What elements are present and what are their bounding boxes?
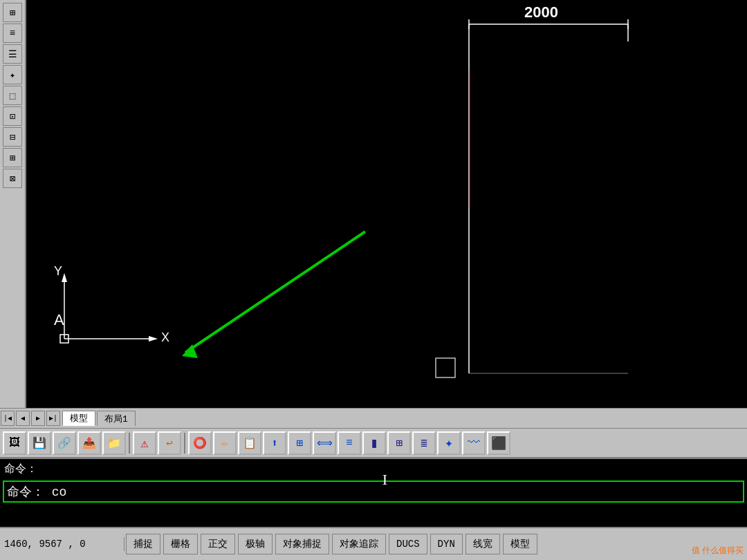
tool-grid-btn[interactable]: ⊞: [387, 431, 411, 455]
svg-rect-16: [436, 358, 455, 377]
command-input-row[interactable]: 命令： co: [3, 480, 744, 503]
left-sidebar: ⊞ ≡ ☰ ✦ ⬚ ⊡ ⊟ ⊞ ⊠: [0, 0, 26, 408]
command-input-text: 命令： co: [7, 483, 740, 500]
status-dyn-btn[interactable]: DYN: [430, 534, 463, 554]
svg-marker-11: [149, 336, 158, 342]
tool-shape-btn[interactable]: ✦: [437, 431, 461, 455]
svg-text:A: A: [54, 311, 64, 328]
tab-model[interactable]: 模型: [62, 411, 95, 426]
tool-file-btn[interactable]: 📁: [102, 431, 126, 455]
tab-nav-first[interactable]: |◀: [1, 411, 15, 426]
tab-nav-last[interactable]: ▶|: [46, 411, 60, 426]
tool-redo-btn[interactable]: ↩: [158, 431, 181, 455]
sidebar-tool-6[interactable]: ⊡: [3, 106, 22, 126]
svg-text:X: X: [161, 330, 169, 344]
toolbar: 🖼 💾 🔗 📤 📁 ⚠ ↩ ⭕ ✏ 📋 ⬆ ⊞ ⟺ ≡ ▮ ⊞ ≣ ✦ 〰 ⬛: [0, 429, 747, 458]
tool-box-btn[interactable]: ⊞: [288, 431, 311, 455]
svg-text:Y: Y: [54, 264, 62, 278]
tool-zigzag-btn[interactable]: 〰: [462, 431, 486, 455]
cad-viewport[interactable]: ⊞ ≡ ☰ ✦ ⬚ ⊡ ⊟ ⊞ ⊠ 2000 Y: [0, 0, 747, 408]
sidebar-tool-8[interactable]: ⊞: [3, 148, 22, 167]
tool-paste-btn[interactable]: 📋: [238, 431, 261, 455]
tool-solid-btn[interactable]: ▮: [362, 431, 386, 455]
sidebar-tool-9[interactable]: ⊠: [3, 169, 22, 188]
status-otrack-btn[interactable]: 对象追踪: [332, 534, 386, 554]
svg-text:2000: 2000: [524, 3, 558, 21]
status-model-btn[interactable]: 模型: [503, 534, 537, 554]
tab-layout1[interactable]: 布局1: [97, 411, 136, 426]
sidebar-tool-7[interactable]: ⊟: [3, 127, 22, 147]
tool-pencil-btn[interactable]: ✏: [213, 431, 237, 455]
tool-circle-btn[interactable]: ⭕: [188, 431, 212, 455]
sidebar-tool-5[interactable]: ⬚: [3, 86, 22, 105]
cursor-beam: I: [382, 471, 387, 489]
status-snap-btn[interactable]: 捕捉: [126, 534, 160, 554]
status-grid-btn[interactable]: 栅格: [163, 534, 198, 554]
tool-link-btn[interactable]: 🔗: [53, 431, 76, 455]
tool-list-btn[interactable]: ≣: [412, 431, 436, 455]
command-area: 命令： 命令： co I: [0, 458, 747, 527]
tool-dash-btn[interactable]: ⟺: [313, 431, 336, 455]
svg-marker-9: [62, 273, 67, 282]
command-line-1: 命令：: [0, 459, 747, 479]
status-bar: 1460, 9567 , 0 捕捉 栅格 正交 极轴 对象捕捉 对象追踪 DUC…: [0, 527, 747, 560]
sidebar-tool-3[interactable]: ☰: [3, 44, 22, 64]
tab-bar: |◀ ◀ ▶ ▶| 模型 布局1: [0, 408, 747, 429]
tab-nav-prev[interactable]: ◀: [16, 411, 30, 426]
tool-save-btn[interactable]: 💾: [28, 431, 51, 455]
tool-undo-btn[interactable]: ⚠: [133, 431, 156, 455]
tool-mirror-btn[interactable]: ≡: [338, 431, 361, 455]
toolbar-separator-2: [184, 433, 185, 454]
tool-print-btn[interactable]: 🖼: [3, 431, 26, 455]
watermark: 值 什么值得买: [692, 545, 744, 557]
status-polar-btn[interactable]: 极轴: [238, 534, 273, 554]
tool-bluebox-btn[interactable]: ⬛: [487, 431, 510, 455]
status-lw-btn[interactable]: 线宽: [465, 534, 500, 554]
tab-nav-next[interactable]: ▶: [31, 411, 45, 426]
coordinates-display: 1460, 9567 , 0: [0, 537, 124, 551]
toolbar-separator-1: [129, 433, 130, 454]
sidebar-tool-2[interactable]: ≡: [3, 24, 22, 43]
tool-up-btn[interactable]: ⬆: [263, 431, 286, 455]
sidebar-tool-1[interactable]: ⊞: [3, 3, 22, 22]
status-ortho-btn[interactable]: 正交: [201, 534, 235, 554]
cad-drawing: 2000 Y X A: [26, 0, 747, 408]
sidebar-tool-4[interactable]: ✦: [3, 65, 22, 84]
status-ducs-btn[interactable]: DUCS: [389, 534, 427, 554]
status-osnap-btn[interactable]: 对象捕捉: [275, 534, 329, 554]
tool-clipboard-btn[interactable]: 📤: [77, 431, 101, 455]
